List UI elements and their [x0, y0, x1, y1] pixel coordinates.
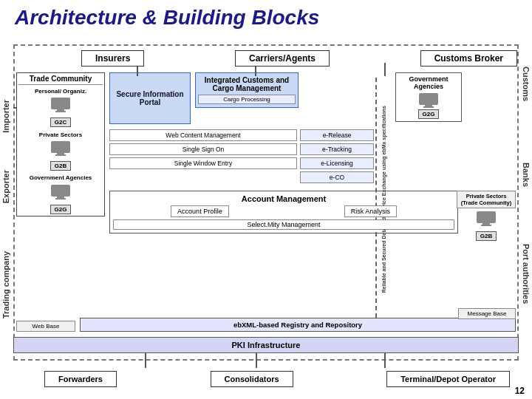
svg-rect-9 [419, 93, 438, 105]
e-licensing-label: e-Licensing [321, 160, 352, 167]
svg-rect-11 [423, 106, 434, 108]
web-content-label: Web Content Management [166, 132, 240, 139]
single-window-row: Single Window Entry [109, 157, 297, 169]
e-co-row: e-CO [300, 171, 374, 183]
private-sectors-left-label: Private Sectors [18, 132, 103, 138]
insurers-label: Insurers [81, 50, 144, 66]
customs-broker-label: Customs Broker [420, 50, 517, 66]
svg-rect-10 [425, 105, 432, 106]
integrated-title: Integrated Customs and Cargo Management [198, 76, 296, 92]
monitor-icon-1 [50, 96, 72, 112]
pki-bar: PKI Infrastructure [13, 337, 519, 353]
arrow-consolidators-up [256, 353, 257, 368]
port-authorities-label: Port authorities [522, 244, 531, 304]
e-licensing-row: e-Licensing [300, 157, 374, 169]
account-mgmt-box: Account Management Account Profile Risk … [109, 191, 458, 233]
svg-rect-6 [51, 185, 70, 197]
e-co-label: e-CO [330, 174, 344, 181]
svg-rect-14 [481, 225, 491, 226]
integrated-box: Integrated Customs and Cargo Management … [195, 72, 299, 108]
e-tracking-row: e-Tracking [300, 143, 374, 155]
svg-rect-3 [51, 141, 70, 153]
single-window-label: Single Window Entry [174, 160, 232, 167]
svg-rect-2 [55, 111, 66, 112]
page-number: 12 [515, 386, 525, 396]
exporter-label: Exporter [1, 170, 10, 203]
svg-rect-1 [57, 109, 64, 111]
web-content-row: Web Content Management [109, 129, 297, 141]
trade-community-box: Trade Community Personal/ Organiz. G2C P… [16, 72, 105, 216]
account-mgmt-items: Account Profile Risk Analysis [113, 205, 454, 217]
bottom-labels: Forwarders Consolidators Terminal/Depot … [44, 371, 510, 387]
trading-company-label: Trading company [1, 251, 10, 318]
g2c-badge: G2C [50, 117, 71, 127]
private-sectors-left-group: Private Sectors G2B [18, 132, 103, 171]
private-sectors-right-label: Private Sectors (Trade Community) [457, 191, 516, 208]
g2g-badge-right: G2G [418, 109, 440, 119]
carriers-label: Carriers/Agents [235, 50, 330, 66]
e-release-row: e-Release [300, 129, 374, 141]
cargo-processing: Cargo Processing [198, 95, 296, 104]
select-mgmt-item: Select.Mity Management [113, 219, 454, 230]
forwarders-label: Forwarders [44, 371, 117, 387]
g2g-badge-left: G2G [50, 205, 72, 214]
e-tracking-label: e-Tracking [322, 146, 352, 153]
private-sectors-right-group: Private Sectors (Trade Community) G2B [457, 191, 516, 241]
svg-rect-12 [477, 211, 496, 223]
single-sign-on-row: Single Sign On [109, 143, 297, 155]
svg-rect-4 [57, 153, 64, 154]
svg-rect-13 [482, 223, 490, 225]
arrow-forwarders-up [145, 353, 146, 368]
message-base-box: Message Base [458, 308, 516, 319]
customs-label: Customs [522, 66, 531, 101]
gov-agencies-right-label: Government Agencies [398, 75, 459, 90]
personal-orgs-group: Personal/ Organiz. G2C [18, 88, 103, 127]
single-sign-on-label: Single Sign On [183, 146, 225, 153]
arrow-terminal-up [384, 353, 386, 368]
risk-analysis-item: Risk Analysis [344, 205, 397, 217]
svg-rect-7 [57, 197, 64, 198]
consolidators-label: Consolidators [211, 371, 293, 387]
monitor-icon-4 [417, 92, 440, 108]
importer-label: Importer [1, 100, 10, 133]
page-title: Architecture & Building Blocks [15, 6, 319, 30]
monitor-icon-2 [50, 140, 72, 156]
svg-rect-8 [55, 198, 66, 200]
gov-agencies-left-group: Government Agencies G2G [18, 175, 103, 214]
terminal-label: Terminal/Depot Operator [386, 371, 510, 387]
e-release-label: e-Release [323, 132, 352, 139]
svg-rect-0 [51, 98, 70, 109]
personal-orgs-label: Personal/ Organiz. [18, 88, 103, 95]
portal-title: Secure Information Portal [110, 90, 190, 106]
arrow-importer [13, 107, 16, 109]
gov-agencies-left-label: Government Agencies [18, 175, 103, 182]
g2b-badge-right: G2B [476, 231, 497, 241]
account-profile-item: Account Profile [171, 205, 229, 217]
web-base-box: Web Base [16, 321, 75, 332]
page: Architecture & Building Blocks 12 Insure… [0, 0, 532, 399]
monitor-icon-5 [475, 210, 497, 226]
account-mgmt-title: Account Management [113, 194, 454, 203]
banks-label: Banks [522, 163, 531, 187]
trade-community-title: Trade Community [18, 75, 103, 85]
portal-box: Secure Information Portal [109, 72, 191, 124]
monitor-icon-3 [50, 183, 72, 200]
g2b-badge-left: G2B [50, 161, 71, 171]
gov-agencies-right-box: Government Agencies G2G [395, 72, 462, 122]
ebxml-bar: ebXML-based Registry and Repository [80, 318, 516, 332]
svg-rect-5 [55, 154, 66, 156]
